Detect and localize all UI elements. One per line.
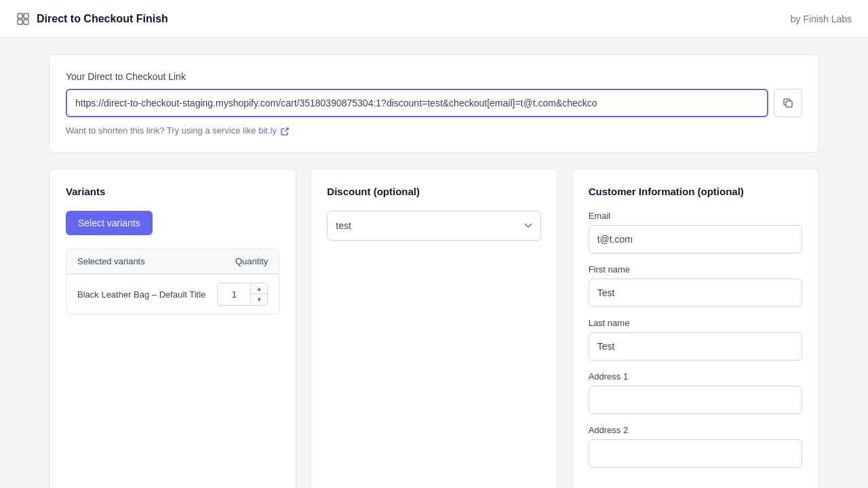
address2-input[interactable]	[589, 439, 802, 468]
link-card: Your Direct to Checkout Link Want to sho…	[49, 54, 819, 152]
col-quantity: Quantity	[235, 256, 268, 266]
svg-rect-3	[24, 20, 28, 24]
address1-group: Address 1	[589, 371, 802, 414]
quantity-input[interactable]	[218, 287, 250, 302]
app-title: Direct to Checkout Finish	[37, 13, 168, 25]
qty-up-button[interactable]: ▲	[251, 283, 267, 294]
variant-name: Black Leather Bag – Default Title	[77, 289, 217, 300]
qty-arrows: ▲ ▼	[250, 283, 267, 305]
email-group: Email	[589, 211, 802, 253]
first-name-group: First name	[589, 264, 802, 307]
table-row: Black Leather Bag – Default Title ▲ ▼	[66, 274, 279, 314]
copy-link-button[interactable]	[774, 89, 802, 117]
svg-rect-0	[18, 14, 22, 18]
header-left: Direct to Checkout Finish	[16, 12, 168, 26]
svg-rect-2	[18, 20, 22, 24]
customer-info-title: Customer Information (optional)	[589, 186, 802, 197]
main-content: Your Direct to Checkout Link Want to sho…	[0, 38, 868, 488]
variants-card-title: Variants	[66, 186, 279, 197]
variants-table-header: Selected variants Quantity	[66, 249, 279, 274]
discount-select[interactable]: test	[327, 211, 540, 241]
variants-card: Variants Select variants Selected varian…	[49, 169, 296, 488]
external-link-icon	[281, 127, 289, 136]
address2-group: Address 2	[589, 425, 802, 468]
email-input[interactable]	[589, 225, 802, 253]
email-label: Email	[589, 211, 802, 221]
address1-label: Address 1	[589, 371, 802, 382]
copy-icon	[783, 98, 793, 108]
header: Direct to Checkout Finish by Finish Labs	[0, 0, 868, 38]
first-name-label: First name	[589, 264, 802, 274]
discount-card-title: Discount (optional)	[327, 186, 540, 197]
variants-table: Selected variants Quantity Black Leather…	[66, 249, 279, 314]
quantity-spinner: ▲ ▼	[217, 283, 268, 306]
link-label: Your Direct to Checkout Link	[66, 71, 802, 82]
checkout-link-input[interactable]	[66, 89, 768, 117]
col-selected-variants: Selected variants	[77, 256, 145, 266]
shorten-text: Want to shorten this link? Try using a s…	[66, 125, 802, 136]
address1-input[interactable]	[589, 386, 802, 414]
bitly-link[interactable]: bit.ly	[258, 125, 288, 136]
last-name-input[interactable]	[589, 332, 802, 361]
svg-rect-4	[786, 101, 792, 107]
first-name-input[interactable]	[589, 279, 802, 307]
qty-down-button[interactable]: ▼	[251, 294, 267, 305]
link-input-row	[66, 89, 802, 117]
svg-rect-1	[24, 14, 28, 18]
discount-card: Discount (optional) test	[310, 169, 557, 488]
last-name-group: Last name	[589, 318, 802, 361]
last-name-label: Last name	[589, 318, 802, 328]
grid-icon	[16, 12, 30, 26]
address2-label: Address 2	[589, 425, 802, 435]
select-variants-button[interactable]: Select variants	[66, 211, 153, 235]
three-col-grid: Variants Select variants Selected varian…	[49, 169, 819, 488]
header-byline: by Finish Labs	[791, 14, 852, 24]
customer-info-card: Customer Information (optional) Email Fi…	[572, 169, 819, 488]
